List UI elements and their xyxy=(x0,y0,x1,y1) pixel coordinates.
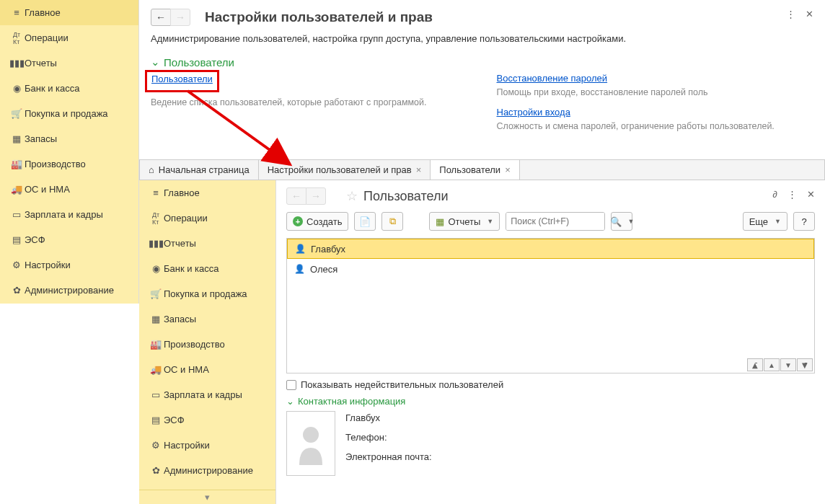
sidebar2-item-operations[interactable]: ДтКтОперации xyxy=(139,205,275,231)
more-menu-icon[interactable]: ⋮ xyxy=(788,189,797,200)
list-row[interactable]: 👤 Главбух xyxy=(287,239,814,259)
login-settings-link[interactable]: Настройки входа xyxy=(497,107,570,118)
sidebar2-item-main[interactable]: ≡Главное xyxy=(139,180,275,205)
dr-icon: ДтКт xyxy=(9,31,25,45)
search-icon: 🔍 xyxy=(610,216,622,227)
sidebar-item-operations[interactable]: ДтКтОперации xyxy=(0,25,138,50)
sidebar-item-os[interactable]: 🚚ОС и НМА xyxy=(0,177,138,202)
sidebar2-item-esf[interactable]: ▤ЭСФ xyxy=(139,407,275,433)
scroll-down-button[interactable]: ▾ xyxy=(139,490,275,504)
box-icon: ▦ xyxy=(148,314,164,324)
sidebar-item-main[interactable]: ≡Главное xyxy=(0,0,138,25)
sidebar-item-label: Запасы xyxy=(25,133,130,144)
sidebar2-item-salary[interactable]: ▭Зарплата и кадры xyxy=(139,382,275,407)
sidebar2-item-production[interactable]: 🏭Производство xyxy=(139,332,275,357)
tab-label: Пользователи xyxy=(439,164,500,175)
page-title: Настройки пользователей и прав xyxy=(205,9,433,25)
more-dropdown[interactable]: Еще ▼ xyxy=(743,212,788,231)
sidebar2-item-reports[interactable]: ▮▮▮Отчеты xyxy=(139,231,275,256)
close-icon[interactable]: × xyxy=(505,164,511,175)
wallet-icon: ▭ xyxy=(9,209,25,220)
chevron-down-icon: ⌄ xyxy=(151,56,160,68)
tab-start-page[interactable]: ⌂ Начальная страница xyxy=(140,160,259,180)
reports-label: Отчеты xyxy=(448,216,480,227)
factory-icon: 🏭 xyxy=(148,339,164,350)
copy-icon: 📄 xyxy=(359,216,371,227)
page-subtitle: Администрирование пользователей, настрой… xyxy=(151,33,813,44)
sidebar2-item-bank[interactable]: ◉Банк и касса xyxy=(139,256,275,281)
sort-up-button[interactable]: ▲ xyxy=(764,358,780,371)
sidebar-item-label: Производство xyxy=(25,159,130,169)
help-icon: ? xyxy=(801,216,806,227)
user-name: Олеся xyxy=(310,264,338,275)
window-actions: ⋮ ✕ xyxy=(786,9,813,19)
list-row[interactable]: 👤 Олеся xyxy=(287,259,814,279)
chevron-down-icon: ▼ xyxy=(775,218,781,225)
search-button[interactable]: 🔍 ▼ xyxy=(611,212,632,231)
create-button[interactable]: + Создать xyxy=(286,212,348,231)
password-recovery-link[interactable]: Восстановление паролей xyxy=(497,73,608,84)
sidebar2-item-os[interactable]: 🚚ОС и НМА xyxy=(139,357,275,382)
tab-users[interactable]: Пользователи × xyxy=(431,160,519,180)
back-button[interactable]: ← xyxy=(151,9,171,26)
search-input[interactable] xyxy=(506,213,605,230)
sort-top-button[interactable]: ▲̄ xyxy=(747,358,763,371)
contact-info-header[interactable]: ⌄ Контактная информация xyxy=(286,396,815,407)
tab-user-settings[interactable]: Настройки пользователей и прав × xyxy=(259,160,431,180)
sidebar2-item-stock[interactable]: ▦Запасы xyxy=(139,306,275,332)
help-button[interactable]: ? xyxy=(793,212,815,231)
settings-panel: ← → Настройки пользователей и прав ⋮ ✕ А… xyxy=(139,0,825,159)
close-icon[interactable]: × xyxy=(416,164,422,175)
sidebar-item-label: ЭСФ xyxy=(25,234,130,245)
sidebar-item-label: Главное xyxy=(25,7,130,18)
favorite-star-icon[interactable]: ☆ xyxy=(346,188,358,204)
sidebar2-item-settings[interactable]: ⚙Настройки xyxy=(139,433,275,458)
sidebar-item-reports[interactable]: ▮▮▮Отчеты xyxy=(0,50,138,76)
close-icon[interactable]: ✕ xyxy=(807,189,815,200)
sort-down-button[interactable]: ▼ xyxy=(780,358,796,371)
section-users-header[interactable]: ⌄ Пользователи xyxy=(151,56,813,68)
forward-button[interactable]: → xyxy=(306,187,326,205)
list-sort-buttons: ▲̄ ▲ ▼ ▼̄ xyxy=(747,358,813,371)
sort-bottom-button[interactable]: ▼̄ xyxy=(797,358,813,371)
contact-name: Главбух xyxy=(345,412,432,423)
more-menu-icon[interactable]: ⋮ xyxy=(786,9,795,19)
sidebar-item-settings[interactable]: ⚙Настройки xyxy=(0,252,138,278)
reports-dropdown[interactable]: ▦ Отчеты ▼ xyxy=(429,212,500,231)
toolbar: + Создать 📄 ⧉ ▦ Отчеты ▼ × 🔍 ▼ xyxy=(276,209,825,238)
users-link[interactable]: Пользователи xyxy=(151,74,213,84)
sidebar-item-admin[interactable]: ✿Администрирование xyxy=(0,278,138,303)
contact-phone-label: Телефон: xyxy=(345,432,432,443)
forward-button[interactable]: → xyxy=(170,9,190,26)
sidebar-item-label: Отчеты xyxy=(25,58,130,68)
group-button[interactable]: ⧉ xyxy=(381,212,403,231)
sidebar-item-production[interactable]: 🏭Производство xyxy=(0,151,138,177)
wallet-icon: ▭ xyxy=(148,389,164,400)
sidebar2-item-buy-sell[interactable]: 🛒Покупка и продажа xyxy=(139,281,275,306)
gear-icon: ✿ xyxy=(9,285,25,296)
sidebar-item-buy-sell[interactable]: 🛒Покупка и продажа xyxy=(0,101,138,126)
back-button[interactable]: ← xyxy=(286,187,306,205)
users-link-desc: Ведение списка пользователей, которые ра… xyxy=(151,97,468,110)
chart-icon: ▮▮▮ xyxy=(9,58,25,68)
user-avatar[interactable] xyxy=(286,411,335,476)
dr-icon: ДтКт xyxy=(148,211,164,226)
sidebar-item-stock[interactable]: ▦Запасы xyxy=(0,126,138,151)
section-label: Пользователи xyxy=(164,56,234,68)
show-inactive-checkbox[interactable] xyxy=(286,380,296,390)
copy-button[interactable]: 📄 xyxy=(354,212,376,231)
password-recovery-desc: Помощь при входе, восстановление паролей… xyxy=(497,87,814,100)
sidebar-item-bank[interactable]: ◉Банк и касса xyxy=(0,76,138,101)
link-icon[interactable]: ∂ xyxy=(773,189,777,200)
sidebar-item-label: Администрирование xyxy=(25,285,130,296)
close-icon[interactable]: ✕ xyxy=(806,9,813,19)
box-icon: ▦ xyxy=(9,133,25,144)
user-icon: 👤 xyxy=(295,244,305,254)
gear-icon: ✿ xyxy=(148,465,164,476)
secondary-sidebar: ≡Главное ДтКтОперации ▮▮▮Отчеты ◉Банк и … xyxy=(139,180,276,504)
sidebar-item-salary[interactable]: ▭Зарплата и кадры xyxy=(0,202,138,227)
sidebar2-item-admin[interactable]: ✿Администрирование xyxy=(139,458,275,483)
users-list: 👤 Главбух 👤 Олеся ▲̄ ▲ ▼ ▼̄ xyxy=(286,238,815,373)
factory-icon: 🏭 xyxy=(9,159,25,169)
sidebar-item-esf[interactable]: ▤ЭСФ xyxy=(0,227,138,252)
